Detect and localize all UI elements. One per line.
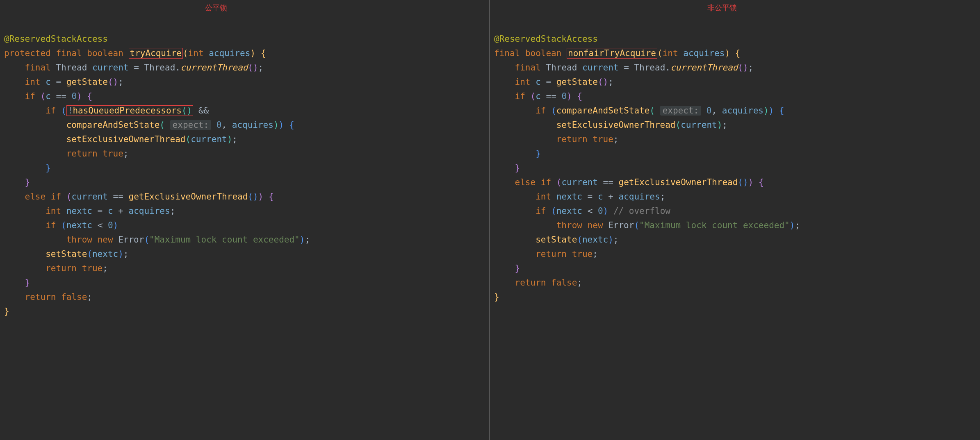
num-zero: 0 (71, 91, 77, 101)
call-setExclusiveOwnerThread: setExclusiveOwnerThread (556, 120, 676, 130)
kw-throw: throw (66, 235, 92, 245)
type-error: Error (608, 220, 634, 230)
param-hint-expect: expect: (660, 106, 702, 116)
bool-true: true (82, 263, 103, 273)
annotation: @ReservedStackAccess (494, 34, 598, 44)
code-pane-fair-lock[interactable]: 公平锁 @ReservedStackAccess protected final… (0, 0, 490, 440)
call-compareAndSetState: compareAndSetState (556, 106, 650, 116)
call-getExclusiveOwnerThread: getExclusiveOwnerThread (619, 177, 738, 187)
kw-if: if (515, 91, 525, 101)
method-nonfairTryAcquire: nonfairTryAcquire (568, 48, 656, 58)
plus: + (113, 206, 129, 216)
kw-return: return (515, 278, 546, 288)
num-zero: 0 (217, 120, 222, 130)
kw-int: int (515, 77, 531, 87)
type-thread2: Thread (144, 63, 175, 73)
kw-if: if (541, 177, 551, 187)
comment-overflow: // overflow (613, 206, 670, 216)
kw-final: final (515, 63, 541, 73)
var-nextc: nextc (556, 206, 582, 216)
bool-true: true (103, 149, 123, 159)
eqeq: == (51, 91, 72, 101)
arg-current: current (681, 120, 717, 130)
kw-return: return (536, 249, 567, 259)
str-msg: "Maximum lock count exceeded" (149, 235, 300, 245)
eq: = (128, 63, 144, 73)
num-zero: 0 (108, 220, 113, 230)
kw-if: if (536, 106, 546, 116)
call-currentThread: currentThread (670, 63, 738, 73)
kw-final: final (494, 48, 520, 58)
kw-return: return (46, 263, 77, 273)
var-nextc: nextc (66, 206, 92, 216)
var-c: c (108, 206, 113, 216)
kw-else: else (25, 192, 46, 202)
kw-boolean: boolean (87, 48, 123, 58)
kw-final: final (56, 48, 82, 58)
var-c: c (536, 91, 541, 101)
num-zero: 0 (561, 91, 567, 101)
kw-new: new (98, 235, 113, 245)
call-getState: getState (66, 77, 108, 87)
kw-throw: throw (556, 220, 582, 230)
kw-return: return (25, 292, 56, 302)
arg-current: current (191, 134, 227, 144)
eqeq: == (108, 192, 129, 202)
var-nextc: nextc (556, 192, 582, 202)
var-acquires: acquires (619, 192, 660, 202)
bool-true: true (572, 249, 593, 259)
kw-if: if (25, 91, 35, 101)
kw-protected: protected (4, 48, 51, 58)
bool-true: true (593, 134, 613, 144)
bool-false: false (61, 292, 87, 302)
param-hint-expect: expect: (170, 120, 212, 130)
code-pane-nonfair-lock[interactable]: 非公平锁 @ReservedStackAccess final boolean … (490, 0, 980, 440)
var-c: c (598, 192, 603, 202)
var-c: c (46, 91, 51, 101)
kw-int: int (25, 77, 41, 87)
arg-acquires: acquires (722, 106, 763, 116)
kw-boolean: boolean (525, 48, 562, 58)
fair-lock-label: 公平锁 (205, 1, 227, 15)
type-thread: Thread (546, 63, 577, 73)
param-acquires: acquires (683, 48, 725, 58)
var-acquires: acquires (129, 206, 170, 216)
arg-nextc: nextc (582, 235, 608, 245)
kw-if: if (51, 192, 61, 202)
kw-int: int (188, 48, 204, 58)
arg-nextc: nextc (92, 249, 118, 259)
arg-acquires: acquires (232, 120, 273, 130)
call-hasQueuedPredecessors: hasQueuedPredecessors (73, 106, 182, 116)
kw-if: if (46, 220, 56, 230)
num-zero: 0 (707, 106, 712, 116)
var-current: current (71, 192, 108, 202)
var-c: c (536, 77, 541, 87)
kw-int: int (663, 48, 678, 58)
kw-if: if (536, 206, 546, 216)
lt: < (92, 220, 108, 230)
kw-return: return (556, 134, 588, 144)
dot: . (175, 63, 180, 73)
call-compareAndSetState: compareAndSetState (66, 120, 160, 130)
bool-false: false (551, 278, 577, 288)
type-thread: Thread (56, 63, 87, 73)
call-setState: setState (536, 235, 577, 245)
kw-new: new (588, 220, 603, 230)
kw-final: final (25, 63, 51, 73)
call-setExclusiveOwnerThread: setExclusiveOwnerThread (66, 134, 186, 144)
andand: && (193, 106, 209, 116)
param-acquires: acquires (209, 48, 250, 58)
annotation: @ReservedStackAccess (4, 34, 108, 44)
kw-int: int (46, 206, 61, 216)
var-c: c (46, 77, 51, 87)
num-zero: 0 (598, 206, 603, 216)
var-current: current (92, 63, 129, 73)
str-msg: "Maximum lock count exceeded" (639, 220, 790, 230)
call-getState: getState (556, 77, 598, 87)
call-getExclusiveOwnerThread: getExclusiveOwnerThread (129, 192, 248, 202)
var-current: current (582, 63, 619, 73)
call-setState: setState (46, 249, 87, 259)
kw-if: if (46, 106, 56, 116)
var-nextc: nextc (66, 220, 92, 230)
type-thread2: Thread (634, 63, 665, 73)
